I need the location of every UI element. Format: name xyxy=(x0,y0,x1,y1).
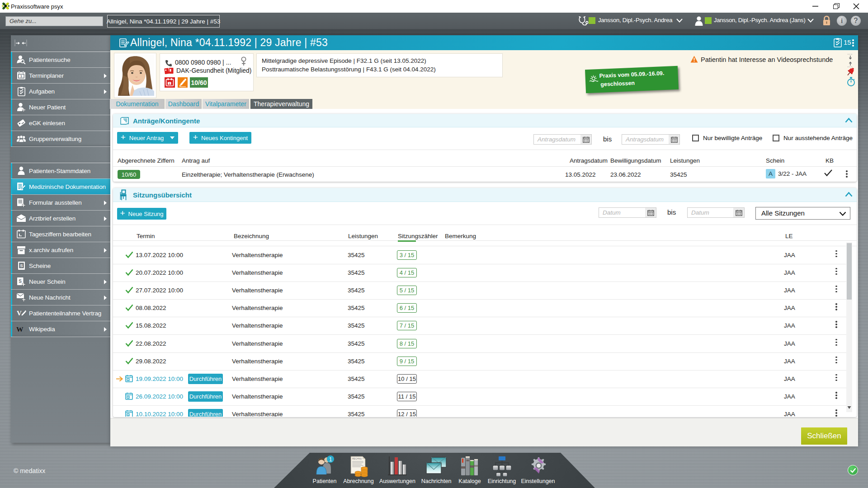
svg-text:V: V xyxy=(17,310,22,317)
svg-text:S: S xyxy=(20,263,23,268)
svg-text:1: 1 xyxy=(127,413,129,416)
svg-text:1: 1 xyxy=(20,74,23,78)
svg-text:1: 1 xyxy=(329,456,332,463)
svg-text:1: 1 xyxy=(127,378,129,381)
svg-text:S: S xyxy=(19,278,22,283)
svg-text:W: W xyxy=(16,325,24,333)
svg-text:RECHNU: RECHNU xyxy=(352,457,362,460)
svg-text:1: 1 xyxy=(127,396,129,399)
